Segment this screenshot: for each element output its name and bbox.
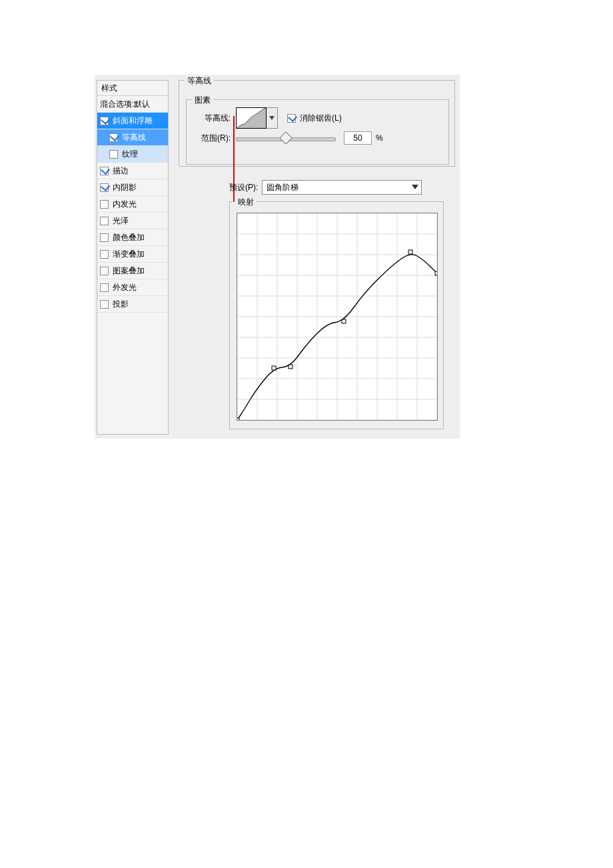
contour-dropdown-button[interactable] — [267, 107, 278, 129]
sidebar-item-11[interactable]: 外发光 — [97, 279, 168, 296]
range-unit: % — [376, 133, 383, 143]
sidebar-item-2[interactable]: 等高线 — [97, 129, 168, 146]
curve-editor[interactable] — [237, 213, 438, 421]
sidebar-item-checkbox[interactable] — [100, 183, 109, 192]
curve-anchor[interactable] — [408, 250, 412, 254]
preset-value: 圆角阶梯 — [267, 182, 299, 193]
range-row: 范围(R): 50 % — [193, 128, 442, 148]
sidebar-item-label: 斜面和浮雕 — [113, 115, 165, 127]
contour-row: 等高线: — [193, 108, 442, 128]
sidebar-item-12[interactable]: 投影 — [97, 296, 168, 313]
sidebar-item-0[interactable]: 混合选项:默认 — [97, 96, 168, 113]
group-contour: 等高线 图素 等高线: — [179, 80, 455, 167]
curve-canvas — [237, 213, 437, 420]
antialias-label[interactable]: 消除锯齿(L) — [300, 113, 342, 124]
chevron-down-icon — [412, 185, 418, 190]
sidebar-item-1[interactable]: 斜面和浮雕 — [97, 113, 168, 129]
sidebar-item-6[interactable]: 内发光 — [97, 196, 168, 213]
sidebar-item-label: 颜色叠加 — [113, 232, 165, 243]
curve-anchor[interactable] — [237, 418, 239, 420]
group-mapping: 映射 — [229, 201, 444, 429]
stage: 样式 混合选项:默认斜面和浮雕等高线纹理描边内阴影内发光光泽颜色叠加渐变叠加图案… — [0, 0, 613, 868]
sidebar-item-checkbox[interactable] — [100, 267, 109, 275]
contour-label: 等高线: — [193, 113, 231, 124]
sidebar-item-10[interactable]: 图案叠加 — [97, 263, 168, 279]
contour-preview-button[interactable] — [236, 107, 267, 129]
sidebar-item-8[interactable]: 颜色叠加 — [97, 229, 168, 246]
curve-anchor[interactable] — [342, 319, 346, 323]
sidebar-item-9[interactable]: 渐变叠加 — [97, 246, 168, 263]
sidebar-item-7[interactable]: 光泽 — [97, 213, 168, 229]
sidebar-item-label: 内阴影 — [113, 182, 165, 193]
right-pane: 等高线 图素 等高线: — [179, 75, 455, 435]
range-value-input[interactable]: 50 — [344, 131, 372, 145]
group-mapping-title: 映射 — [235, 197, 257, 208]
group-elements: 图素 等高线: — [186, 99, 449, 165]
preset-dropdown[interactable]: 圆角阶梯 — [262, 180, 422, 195]
sidebar-item-label: 外发光 — [113, 282, 165, 293]
sidebar-item-3[interactable]: 纹理 — [97, 146, 168, 163]
preset-row: 预设(P): 圆角阶梯 — [229, 180, 422, 195]
sidebar-item-label: 等高线 — [122, 132, 165, 143]
range-label: 范围(R): — [193, 133, 231, 144]
sidebar-item-checkbox[interactable] — [100, 283, 109, 292]
sidebar-item-label: 投影 — [113, 299, 165, 310]
sidebar-item-label: 描边 — [113, 165, 165, 177]
curve-anchor[interactable] — [272, 366, 276, 370]
sidebar-item-label: 内发光 — [113, 199, 165, 210]
range-slider[interactable] — [236, 132, 336, 144]
sidebar-item-label: 混合选项:默认 — [100, 99, 165, 110]
sidebar-item-checkbox[interactable] — [100, 117, 109, 125]
sidebar-item-checkbox[interactable] — [100, 200, 109, 209]
preset-label: 预设(P): — [229, 182, 258, 193]
group-elements-title: 图素 — [192, 95, 213, 106]
antialias-checkbox[interactable] — [287, 114, 296, 123]
sidebar-item-checkbox[interactable] — [109, 150, 118, 159]
sidebar-item-label: 图案叠加 — [113, 265, 165, 277]
sidebar-item-checkbox[interactable] — [100, 233, 109, 242]
curve-anchor[interactable] — [289, 365, 293, 369]
sidebar-item-checkbox[interactable] — [100, 217, 109, 225]
curve-anchor[interactable] — [435, 271, 437, 275]
layer-style-panel: 样式 混合选项:默认斜面和浮雕等高线纹理描边内阴影内发光光泽颜色叠加渐变叠加图案… — [95, 75, 460, 439]
sidebar-item-label: 光泽 — [113, 215, 165, 227]
sidebar-item-label: 纹理 — [122, 149, 165, 160]
sidebar-item-checkbox[interactable] — [100, 300, 109, 309]
sidebar-item-checkbox[interactable] — [100, 167, 109, 175]
sidebar-item-checkbox[interactable] — [100, 250, 109, 259]
sidebar-item-checkbox[interactable] — [109, 133, 118, 142]
styles-list: 样式 混合选项:默认斜面和浮雕等高线纹理描边内阴影内发光光泽颜色叠加渐变叠加图案… — [97, 80, 169, 435]
sidebar-item-label: 渐变叠加 — [113, 249, 165, 260]
styles-header: 样式 — [97, 81, 168, 96]
group-contour-title: 等高线 — [185, 75, 214, 87]
slider-thumb[interactable] — [279, 131, 293, 145]
sidebar-item-5[interactable]: 内阴影 — [97, 179, 168, 196]
sidebar-item-4[interactable]: 描边 — [97, 163, 168, 179]
